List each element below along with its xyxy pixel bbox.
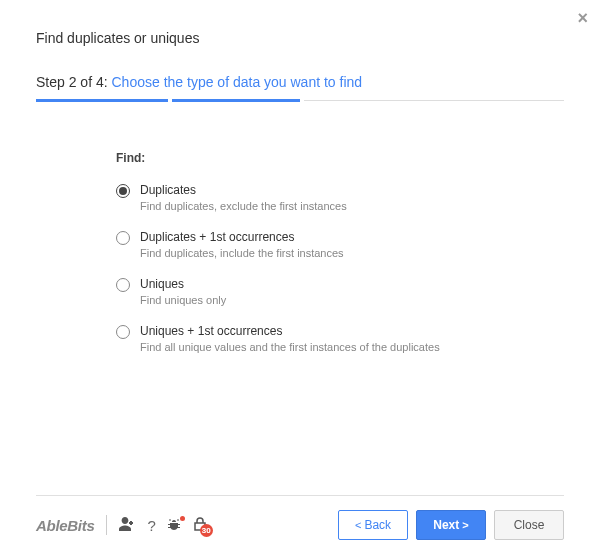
step-instruction: Choose the type of data you want to find	[112, 74, 363, 90]
chevron-right-icon: >	[459, 519, 468, 531]
radio-icon	[116, 325, 130, 339]
next-label: Next	[433, 518, 459, 532]
trial-badge: 30	[200, 524, 213, 537]
radio-desc: Find all unique values and the first ins…	[140, 341, 440, 353]
back-label: Back	[364, 518, 391, 532]
radio-duplicates-first[interactable]: Duplicates + 1st occurrences Find duplic…	[116, 230, 564, 259]
form-area: Find: Duplicates Find duplicates, exclud…	[36, 151, 564, 353]
radio-uniques[interactable]: Uniques Find uniques only	[116, 277, 564, 306]
step-prefix: Step 2 of 4:	[36, 74, 112, 90]
back-button[interactable]: < Back	[338, 510, 408, 540]
radio-desc: Find duplicates, include the first insta…	[140, 247, 344, 259]
logo: AbleBits	[36, 517, 94, 534]
radio-uniques-first[interactable]: Uniques + 1st occurrences Find all uniqu…	[116, 324, 564, 353]
help-icon[interactable]: ?	[147, 517, 155, 534]
bug-icon[interactable]	[166, 516, 182, 535]
radio-group: Duplicates Find duplicates, exclude the …	[116, 183, 564, 353]
radio-icon	[116, 184, 130, 198]
radio-label: Duplicates	[140, 183, 347, 197]
dialog-body: Find duplicates or uniques Step 2 of 4: …	[0, 0, 600, 353]
footer-left: AbleBits ? 30	[36, 515, 208, 535]
find-label: Find:	[116, 151, 564, 165]
close-icon[interactable]: ×	[577, 8, 588, 29]
page-title: Find duplicates or uniques	[36, 30, 564, 46]
radio-icon	[116, 231, 130, 245]
next-button[interactable]: Next >	[416, 510, 486, 540]
radio-icon	[116, 278, 130, 292]
progress-bar	[36, 100, 564, 101]
divider	[106, 515, 107, 535]
footer-right: < Back Next > Close	[338, 510, 564, 540]
close-button[interactable]: Close	[494, 510, 564, 540]
close-label: Close	[514, 518, 545, 532]
radio-desc: Find uniques only	[140, 294, 226, 306]
radio-label: Uniques	[140, 277, 226, 291]
radio-label: Duplicates + 1st occurrences	[140, 230, 344, 244]
user-icon[interactable]	[119, 516, 137, 535]
radio-desc: Find duplicates, exclude the first insta…	[140, 200, 347, 212]
step-heading: Step 2 of 4: Choose the type of data you…	[36, 74, 564, 90]
radio-duplicates[interactable]: Duplicates Find duplicates, exclude the …	[116, 183, 564, 212]
footer: AbleBits ? 30 < Back Next > Close	[36, 495, 564, 540]
chevron-left-icon: <	[355, 519, 364, 531]
radio-label: Uniques + 1st occurrences	[140, 324, 440, 338]
trial-icon[interactable]: 30	[192, 516, 208, 535]
